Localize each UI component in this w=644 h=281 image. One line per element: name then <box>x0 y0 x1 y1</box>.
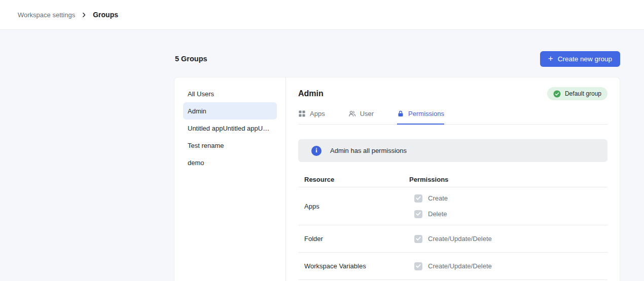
page-header: 5 Groups + Create new group <box>175 51 620 67</box>
groups-count-label: 5 Groups <box>175 55 207 63</box>
tab-user-label: User <box>360 110 374 117</box>
permission-options: Create/Update/Delete <box>409 231 492 247</box>
permission-label: Create/Update/Delete <box>428 262 492 270</box>
group-detail-header: Admin Default group <box>298 86 607 101</box>
group-item-label: All Users <box>188 90 214 98</box>
group-detail-tabs: Apps User Permissions <box>298 110 607 125</box>
permission-label: Create/Update/Delete <box>428 235 492 243</box>
check-circle-icon <box>553 90 561 98</box>
permission-options: Create/Update/Delete <box>409 258 492 274</box>
permission-label: Delete <box>428 210 447 218</box>
permission-options: Create Delete <box>409 190 448 222</box>
tab-apps-label: Apps <box>310 110 325 117</box>
permission-folder-cud: Create/Update/Delete <box>409 231 492 247</box>
resource-name: Folder <box>304 235 409 243</box>
group-item-all-users[interactable]: All Users <box>183 85 277 102</box>
permissions-table-header: Resource Permissions <box>298 172 607 187</box>
default-group-badge-label: Default group <box>565 90 601 97</box>
checkbox-folder-cud[interactable] <box>414 235 422 243</box>
checkbox-apps-create[interactable] <box>414 194 422 203</box>
group-item-demo[interactable]: demo <box>183 154 277 171</box>
default-group-badge: Default group <box>547 87 607 100</box>
checkmark-icon <box>416 212 421 216</box>
group-detail-pane: Admin Default group Apps <box>286 77 620 281</box>
table-row-folder: Folder Create/Update/Delete <box>298 225 607 253</box>
topbar: Workspace settings Groups <box>0 0 644 30</box>
checkbox-apps-delete[interactable] <box>414 210 422 218</box>
group-title: Admin <box>298 89 324 98</box>
group-item-label: demo <box>188 159 204 167</box>
lock-icon <box>397 110 404 117</box>
apps-grid-icon <box>298 110 306 117</box>
workspace-settings-groups-page: Workspace settings Groups 5 Groups + Cre… <box>0 0 644 281</box>
group-item-test-rename[interactable]: Test rename <box>183 137 277 154</box>
permissions-column-header: Permissions <box>409 176 448 183</box>
resource-name: Apps <box>304 203 409 210</box>
resource-name: Workspace Variables <box>304 262 409 270</box>
tab-permissions-label: Permissions <box>408 110 444 117</box>
checkmark-icon <box>416 236 421 241</box>
group-item-admin[interactable]: Admin <box>183 102 277 119</box>
permission-apps-delete: Delete <box>409 206 448 222</box>
resource-column-header: Resource <box>304 176 409 183</box>
groups-card: All Users Admin Untitled appUntitled app… <box>174 77 620 281</box>
tab-permissions[interactable]: Permissions <box>397 110 444 125</box>
breadcrumb-groups: Groups <box>93 11 118 19</box>
info-icon: i <box>311 146 321 156</box>
permissions-info-banner: i Admin has all permissions <box>298 139 607 162</box>
permission-label: Create <box>428 194 448 202</box>
tab-apps[interactable]: Apps <box>298 110 325 125</box>
tab-user[interactable]: User <box>348 110 374 125</box>
permission-workspace-variables-cud: Create/Update/Delete <box>409 258 492 274</box>
table-row-workspace-variables: Workspace Variables Create/Update/Delete <box>298 253 607 280</box>
permissions-table: Resource Permissions Apps Create <box>298 172 607 280</box>
group-item-label: Admin <box>188 107 206 115</box>
permission-apps-create: Create <box>409 190 448 206</box>
checkmark-icon <box>416 264 421 268</box>
group-item-untitled-app[interactable]: Untitled appUntitled appUntitle… <box>183 119 277 137</box>
users-icon <box>348 110 356 117</box>
group-item-label: Test rename <box>188 142 224 149</box>
group-item-label: Untitled appUntitled appUntitle… <box>188 125 272 132</box>
breadcrumb: Workspace settings Groups <box>18 11 118 19</box>
create-new-group-label: Create new group <box>558 55 612 63</box>
chevron-right-icon <box>81 12 87 18</box>
checkmark-icon <box>416 196 421 200</box>
permissions-info-text: Admin has all permissions <box>330 147 407 154</box>
table-row-apps: Apps Create Delete <box>298 187 607 225</box>
groups-sidebar: All Users Admin Untitled appUntitled app… <box>174 77 286 281</box>
checkbox-workspace-variables-cud[interactable] <box>414 262 422 270</box>
create-new-group-button[interactable]: + Create new group <box>540 51 620 67</box>
plus-icon: + <box>548 54 553 63</box>
breadcrumb-workspace-settings[interactable]: Workspace settings <box>18 11 75 19</box>
